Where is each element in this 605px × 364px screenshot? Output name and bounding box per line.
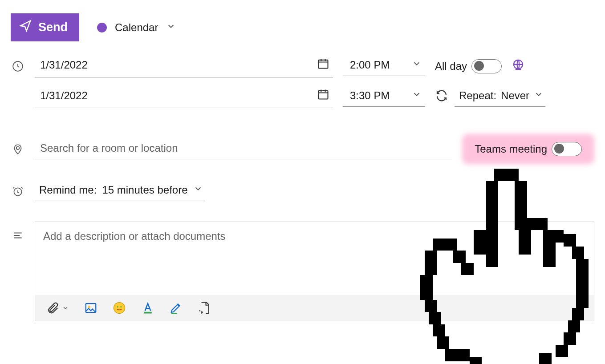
send-icon [19,19,32,36]
description-placeholder: Add a description or attach documents [43,230,226,242]
insert-image-button[interactable] [84,301,97,315]
svg-rect-1 [319,60,328,69]
svg-rect-60 [539,353,552,364]
font-color-button[interactable] [141,301,154,315]
all-day-toggle[interactable] [471,59,502,73]
svg-rect-59 [470,357,482,364]
svg-point-8 [114,303,125,314]
location-placeholder: Search for a room or location [40,142,178,154]
repeat-value: Never [501,89,529,102]
reminder-label: Remind me: [39,184,97,196]
draw-button[interactable] [170,301,183,315]
attach-button[interactable] [46,301,69,315]
end-date-value: 1/31/2022 [40,89,88,102]
svg-rect-49 [564,332,576,345]
svg-rect-58 [457,349,470,361]
chevron-down-icon [166,21,176,34]
description-box: Add a description or attach documents [35,222,594,321]
calendar-icon[interactable] [317,57,329,73]
end-time-value: 3:30 PM [350,89,390,102]
description-icon [11,222,25,241]
template-button[interactable] [198,301,211,315]
description-input[interactable]: Add a description or attach documents [35,222,594,295]
svg-rect-42 [445,349,458,361]
send-button[interactable]: Send [11,13,79,41]
svg-point-9 [117,306,118,307]
teams-meeting-toggle[interactable] [552,142,582,156]
chevron-down-icon [412,59,422,71]
timezone-icon[interactable] [512,58,525,74]
start-date-input[interactable]: 1/31/2022 [35,55,333,77]
calendar-icon[interactable] [317,88,329,103]
location-input[interactable]: Search for a room or location [35,139,452,159]
location-icon [11,143,25,155]
reminder-select[interactable]: Remind me: 15 minutes before [35,181,205,201]
reminder-icon [11,186,25,197]
end-time-select[interactable]: 3:30 PM [343,87,425,107]
svg-rect-11 [144,312,152,314]
svg-rect-41 [437,336,449,349]
calendar-selector[interactable]: Calendar [97,21,176,34]
all-day-label: All day [435,60,467,73]
svg-rect-40 [433,324,445,337]
start-time-value: 2:00 PM [350,59,390,71]
svg-rect-3 [319,91,328,99]
recurrence-icon[interactable] [435,89,448,105]
end-date-input[interactable]: 1/31/2022 [35,85,333,108]
svg-point-7 [88,306,90,308]
svg-point-10 [120,306,122,307]
repeat-select[interactable]: Repeat: Never [455,87,545,107]
clock-icon [11,61,25,72]
chevron-down-icon [193,184,203,196]
teams-meeting-label: Teams meeting [475,143,547,155]
start-date-value: 1/31/2022 [40,59,88,71]
calendar-color-dot [97,23,107,32]
chevron-down-icon [412,89,422,102]
repeat-label: Repeat: [459,89,496,102]
svg-point-4 [16,147,20,150]
calendar-label: Calendar [115,21,158,34]
editor-toolbar [35,295,594,321]
svg-rect-48 [568,320,581,333]
chevron-down-icon [534,89,544,102]
teams-meeting-group: Teams meeting [462,134,594,164]
svg-rect-50 [556,345,568,357]
send-label: Send [38,20,68,34]
reminder-value: 15 minutes before [102,184,187,196]
start-time-select[interactable]: 2:00 PM [343,56,425,76]
emoji-button[interactable] [113,301,126,315]
